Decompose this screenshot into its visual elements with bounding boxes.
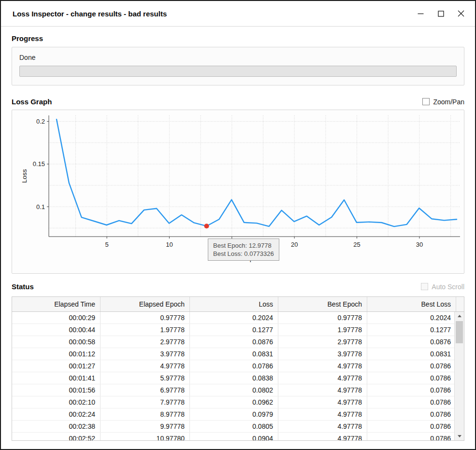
table-cell: 0.0876: [190, 336, 278, 348]
table-cell: 00:00:29: [12, 312, 101, 323]
close-icon: [458, 10, 464, 17]
loss-graph-heading: Loss Graph: [12, 98, 52, 106]
table-cell: 0.0786: [367, 433, 454, 440]
table-row[interactable]: 00:01:274.977780.07864.977780.0786: [12, 360, 454, 372]
table-cell: 0.0786: [367, 396, 454, 408]
table-cell: 00:02:24: [12, 408, 101, 420]
column-header-elapsed-epoch[interactable]: Elapsed Epoch: [101, 297, 190, 311]
table-cell: 00:00:44: [12, 324, 101, 336]
scroll-down-icon: [458, 435, 462, 437]
scroll-up-icon: [458, 315, 462, 317]
column-header-loss[interactable]: Loss: [190, 297, 278, 311]
table-cell: 1.97778: [101, 324, 190, 336]
svg-text:0.2: 0.2: [36, 118, 45, 125]
minimize-icon: [418, 11, 424, 17]
maximize-button[interactable]: [433, 6, 448, 21]
status-table: Elapsed TimeElapsed EpochLossBest EpochB…: [12, 296, 464, 441]
table-cell: 0.1277: [190, 324, 278, 336]
table-row[interactable]: 00:02:107.977780.09624.977780.0786: [12, 396, 454, 408]
checkbox-box: [421, 283, 428, 290]
table-cell: 0.0831: [367, 348, 454, 360]
window-controls: [407, 6, 468, 21]
table-cell: 4.97778: [278, 421, 367, 432]
table-cell: 00:01:27: [12, 360, 101, 372]
table-row[interactable]: 00:00:290.977780.20240.977780.2024: [12, 312, 454, 324]
table-cell: 0.97778: [278, 312, 367, 323]
table-row[interactable]: 00:00:582.977780.08762.977780.0876: [12, 336, 454, 348]
progress-groupbox: Done: [12, 47, 464, 85]
progress-done-label: Done: [19, 54, 457, 61]
table-row[interactable]: 00:01:123.977780.08313.977780.0831: [12, 348, 454, 360]
checkbox-box: [422, 98, 430, 105]
table-cell: 0.0838: [190, 372, 278, 384]
table-cell: 00:00:58: [12, 336, 101, 348]
table-cell: 0.0979: [190, 408, 278, 420]
table-cell: 4.97778: [278, 433, 367, 440]
scrollbar-thumb[interactable]: [456, 321, 463, 343]
table-cell: 0.0805: [190, 421, 278, 432]
status-heading: Status: [12, 282, 34, 291]
auto-scroll-label: Auto Scroll: [432, 283, 464, 291]
svg-text:0.15: 0.15: [33, 160, 45, 168]
table-cell: 0.0831: [190, 348, 278, 360]
svg-text:25: 25: [353, 241, 360, 248]
table-cell: 00:02:38: [12, 421, 101, 432]
zoom-pan-label: Zoom/Pan: [433, 98, 464, 106]
title-bar: Loss Inspector - change results - bad re…: [1, 1, 475, 27]
table-cell: 0.0876: [367, 336, 454, 348]
column-header-best-loss[interactable]: Best Loss: [367, 297, 456, 311]
close-button[interactable]: [454, 6, 468, 21]
table-scrollbar[interactable]: [454, 312, 464, 440]
table-row[interactable]: 00:00:441.977780.12771.977780.1277: [12, 324, 454, 336]
table-row[interactable]: 00:02:389.977780.08054.977780.0786: [12, 421, 454, 433]
window-title: Loss Inspector - change results - bad re…: [13, 10, 407, 18]
table-cell: 0.0786: [367, 360, 454, 372]
tooltip-best-epoch: Best Epoch: 12.9778: [213, 241, 274, 250]
table-cell: 5.97778: [101, 372, 190, 384]
svg-text:10: 10: [166, 241, 173, 248]
table-cell: 4.97778: [278, 384, 367, 396]
table-cell: 3.97778: [101, 348, 190, 360]
table-row[interactable]: 00:01:415.977780.08384.977780.0786: [12, 372, 454, 384]
table-cell: 00:01:41: [12, 372, 101, 384]
table-cell: 4.97778: [278, 372, 367, 384]
table-cell: 0.0786: [367, 408, 454, 420]
scroll-up-button[interactable]: [455, 312, 464, 320]
table-cell: 0.0786: [367, 372, 454, 384]
table-row[interactable]: 00:02:248.977780.09794.977780.0786: [12, 408, 454, 421]
table-cell: 2.97778: [278, 336, 367, 348]
column-header-elapsed-time[interactable]: Elapsed Time: [12, 297, 101, 311]
table-cell: 3.97778: [278, 348, 367, 360]
table-cell: 9.97778: [101, 421, 190, 432]
scroll-down-button[interactable]: [455, 432, 464, 440]
table-cell: 00:02:10: [12, 396, 101, 408]
table-cell: 0.1277: [367, 324, 454, 336]
table-cell: 0.2024: [367, 312, 454, 323]
column-header-best-epoch[interactable]: Best Epoch: [278, 297, 367, 311]
table-cell: 0.2024: [190, 312, 278, 323]
table-header-row: Elapsed TimeElapsed EpochLossBest EpochB…: [12, 297, 464, 312]
auto-scroll-checkbox[interactable]: Auto Scroll: [421, 283, 464, 291]
table-cell: 1.97778: [278, 324, 367, 336]
progress-heading: Progress: [12, 34, 43, 42]
table-cell: 2.97778: [101, 336, 190, 348]
app-window: Loss Inspector - change results - bad re…: [0, 0, 476, 450]
table-cell: 10.97780: [101, 433, 190, 440]
minimize-button[interactable]: [413, 6, 428, 21]
table-row[interactable]: 00:01:566.977780.08024.977780.0786: [12, 384, 454, 396]
table-cell: 0.97778: [101, 312, 190, 323]
table-cell: 4.97778: [278, 396, 367, 408]
zoom-pan-checkbox[interactable]: Zoom/Pan: [422, 98, 464, 106]
table-cell: 0.0786: [190, 360, 278, 372]
table-row[interactable]: 00:02:5210.977800.09044.977780.0786: [12, 433, 454, 440]
table-cell: 00:01:12: [12, 348, 101, 360]
svg-text:Loss: Loss: [21, 169, 28, 183]
table-cell: 0.0786: [367, 384, 454, 396]
table-cell: 0.0802: [190, 384, 278, 396]
best-point-tooltip: Best Epoch: 12.9778 Best Loss: 0.0773326: [208, 239, 279, 261]
svg-text:20: 20: [291, 241, 298, 248]
table-cell: 4.97778: [101, 360, 190, 372]
table-cell: 6.97778: [101, 384, 190, 396]
table-cell: 0.0786: [367, 421, 454, 432]
table-cell: 4.97778: [278, 408, 367, 420]
